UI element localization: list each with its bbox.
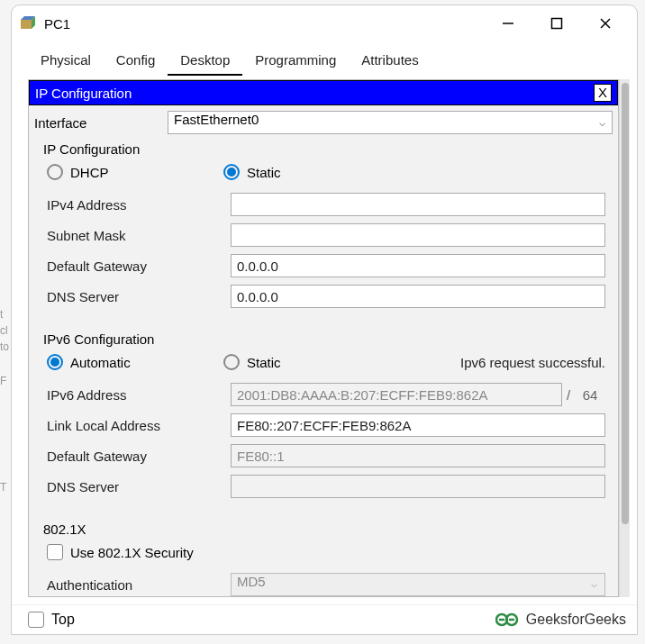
- window-controls: [495, 10, 630, 37]
- use-8021x-checkbox[interactable]: [47, 544, 63, 560]
- dns-server-input[interactable]: [231, 285, 605, 308]
- automatic-label: Automatic: [70, 355, 131, 370]
- top-checkbox[interactable]: [28, 612, 44, 628]
- chevron-down-icon: ⌵: [599, 116, 605, 129]
- interface-label: Interface: [34, 115, 160, 131]
- authentication-select[interactable]: MD5 ⌵: [231, 573, 605, 596]
- titlebar: PC1: [12, 5, 637, 41]
- interface-select[interactable]: FastEthernet0: [168, 111, 613, 134]
- chevron-down-icon: ⌵: [591, 577, 597, 590]
- tab-programming[interactable]: Programming: [242, 47, 349, 76]
- ipv6-address-input[interactable]: [231, 383, 562, 406]
- ipv6-dns-label: DNS Server: [47, 479, 231, 494]
- subnet-mask-label: Subnet Mask: [47, 228, 231, 243]
- ipv4-address-label: IPv4 Address: [47, 197, 231, 213]
- tab-bar: Physical Config Desktop Programming Attr…: [12, 41, 637, 76]
- ipv6-status: Ipv6 request successful.: [460, 355, 605, 370]
- maximize-button[interactable]: [543, 10, 570, 37]
- config-panel: IP Configuration X Interface FastEtherne…: [28, 79, 619, 597]
- ipv6-static-radio[interactable]: [223, 354, 240, 370]
- app-icon: [19, 14, 37, 32]
- tab-desktop[interactable]: Desktop: [168, 47, 242, 76]
- ipv6-static-label: Static: [247, 355, 281, 370]
- prefix-separator: /: [562, 387, 575, 403]
- ipv4-group-title: IP Configuration: [41, 141, 605, 157]
- use-8021x-label: Use 802.1X Security: [70, 545, 194, 560]
- dot1x-group: 802.1X Use 802.1X Security Authenticatio…: [34, 520, 613, 597]
- dns-server-label: DNS Server: [47, 289, 231, 304]
- app-window: PC1 Physical Config Desktop Programming …: [11, 5, 638, 635]
- tab-config[interactable]: Config: [104, 47, 168, 76]
- static-label: Static: [247, 165, 281, 180]
- close-button[interactable]: [592, 10, 619, 37]
- authentication-label: Authentication: [47, 577, 231, 593]
- default-gateway-input[interactable]: [231, 254, 605, 277]
- link-local-label: Link Local Address: [47, 418, 231, 433]
- scrollbar[interactable]: [619, 79, 630, 597]
- dhcp-radio[interactable]: [47, 164, 63, 180]
- screenshot-edge-text: t cl to F T: [0, 306, 9, 495]
- brand: GeeksforGeeks: [495, 611, 626, 629]
- dhcp-label: DHCP: [70, 165, 109, 180]
- ipv6-prefix: 64: [575, 387, 605, 403]
- subnet-mask-input[interactable]: [231, 223, 605, 247]
- top-label: Top: [51, 612, 75, 628]
- window-title: PC1: [44, 16, 495, 32]
- footer: Top GeeksforGeeks: [12, 604, 637, 634]
- svg-rect-0: [21, 20, 32, 29]
- default-gateway-label: Default Gateway: [47, 259, 231, 274]
- ipv6-group: IPv6 Configuration Automatic Static Ipv6…: [34, 330, 613, 514]
- ipv4-address-input[interactable]: [231, 193, 605, 216]
- brand-text: GeeksforGeeks: [526, 612, 626, 628]
- scroll-thumb[interactable]: [622, 83, 629, 524]
- tab-physical[interactable]: Physical: [28, 47, 104, 76]
- panel-header: IP Configuration X: [29, 80, 618, 105]
- ipv6-group-title: IPv6 Configuration: [41, 331, 605, 347]
- panel-close-button[interactable]: X: [594, 84, 612, 102]
- ipv6-gateway-label: Default Gateway: [47, 449, 231, 464]
- minimize-button[interactable]: [495, 10, 522, 37]
- brand-icon: [495, 611, 521, 629]
- ipv4-group: IP Configuration DHCP Static IPv4 Addres…: [34, 140, 613, 324]
- svg-rect-4: [552, 19, 562, 29]
- ipv6-address-label: IPv6 Address: [47, 387, 231, 403]
- automatic-radio[interactable]: [47, 354, 63, 370]
- dot1x-group-title: 802.1X: [41, 522, 605, 537]
- ipv6-gateway-input[interactable]: [231, 444, 605, 467]
- ipv6-dns-input[interactable]: [231, 475, 605, 498]
- link-local-input[interactable]: [231, 413, 605, 437]
- tab-attributes[interactable]: Attributes: [349, 47, 431, 76]
- static-radio[interactable]: [223, 164, 240, 180]
- panel-title: IP Configuration: [35, 86, 132, 101]
